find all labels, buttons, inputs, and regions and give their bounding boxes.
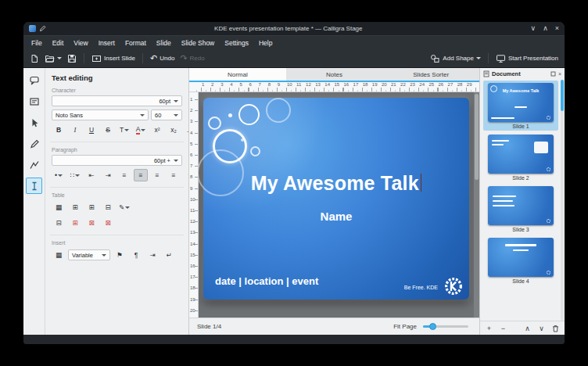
slide-thumbnail-1[interactable]: My Awesome Talk Slide 1 xyxy=(483,81,558,131)
maximize-button[interactable]: ∧ xyxy=(543,25,548,32)
redo-button[interactable]: ↷ Redo xyxy=(180,54,204,63)
tab-notes[interactable]: Notes xyxy=(286,68,383,81)
text-direction-button[interactable]: ¶ xyxy=(183,169,189,181)
scrollbar-thumb[interactable] xyxy=(561,80,564,111)
decrease-indent-button[interactable]: ⇤ xyxy=(84,169,99,181)
save-button[interactable] xyxy=(67,54,77,63)
add-shape-button[interactable]: Add Shape xyxy=(430,54,481,63)
menu-view[interactable]: View xyxy=(74,39,88,47)
merge-cells-button[interactable]: ⊟ xyxy=(52,217,66,229)
menu-edit[interactable]: Edit xyxy=(52,39,64,47)
zoom-mode-label[interactable]: Fit Page xyxy=(393,323,417,330)
move-slide-down-button[interactable]: ∨ xyxy=(536,323,547,333)
menu-settings[interactable]: Settings xyxy=(224,39,249,47)
menu-file[interactable]: File xyxy=(31,39,42,47)
zoom-slider-handle[interactable] xyxy=(429,323,436,330)
split-cells-button[interactable]: ⊞ xyxy=(68,217,82,229)
strikethrough-button[interactable]: S xyxy=(101,124,115,136)
zoom-slider[interactable] xyxy=(423,325,468,328)
tab-normal[interactable]: Normal xyxy=(189,68,286,81)
close-button[interactable]: × xyxy=(555,25,559,32)
subscript-button[interactable]: x₂ xyxy=(167,124,181,136)
line-height-combo[interactable]: 60pt + xyxy=(52,155,182,166)
slide-thumbnail-2[interactable]: Slide 2 xyxy=(483,132,558,182)
document-docker-header: Document × xyxy=(480,68,565,79)
remove-cells-button[interactable]: ⊟ xyxy=(101,201,115,214)
insert-row-button[interactable]: ⊞ xyxy=(68,201,82,214)
paragraph-mark-button[interactable]: ¶ xyxy=(129,249,143,261)
start-presentation-button[interactable]: Start Presentation xyxy=(496,54,558,63)
float-docker-icon[interactable] xyxy=(550,71,556,77)
align-left-button[interactable]: ≡ xyxy=(117,169,131,181)
open-document-button[interactable] xyxy=(45,54,62,63)
superscript-button[interactable]: x² xyxy=(150,124,164,136)
menu-format[interactable]: Format xyxy=(125,39,146,47)
thumbnail-scrollbar[interactable] xyxy=(561,80,564,321)
dropdown-caret-icon xyxy=(174,114,178,117)
font-size-combo[interactable]: 60 xyxy=(151,109,182,120)
character-section-label: Character xyxy=(52,88,182,93)
canvas-vertical-scrollbar[interactable] xyxy=(474,92,479,318)
change-case-button[interactable]: T xyxy=(117,124,131,136)
open-dropdown-caret-icon[interactable] xyxy=(57,57,62,59)
delete-slide-button[interactable] xyxy=(550,323,561,333)
underline-button[interactable]: U xyxy=(84,124,99,136)
scrollbar-thumb[interactable] xyxy=(475,94,479,180)
slide-thumbnail-3[interactable]: Slide 3 xyxy=(483,184,558,234)
slide-footer-text[interactable]: date | location | event xyxy=(215,275,318,287)
delete-row-button[interactable]: ⊠ xyxy=(84,217,99,229)
new-document-button[interactable] xyxy=(30,54,39,63)
menu-insert[interactable]: Insert xyxy=(99,39,115,47)
basic-shape-tool-button[interactable] xyxy=(26,72,42,88)
pen-tool-button[interactable] xyxy=(26,135,42,152)
insert-flag-button[interactable]: ⚑ xyxy=(113,249,127,261)
add-shape-dropdown-caret-icon[interactable] xyxy=(476,57,481,59)
add-slide-button[interactable]: + xyxy=(483,323,495,333)
ruler-number: 27 xyxy=(448,82,454,88)
selection-tool-button[interactable] xyxy=(26,114,42,131)
align-center-button[interactable]: ≡ xyxy=(134,169,148,181)
numbered-list-button[interactable]: ∷ xyxy=(68,169,82,181)
slide-subtitle-text[interactable]: Name xyxy=(203,210,469,223)
character-style-size-combo[interactable]: 60pt xyxy=(52,95,182,106)
delete-column-button[interactable]: ⊠ xyxy=(101,217,115,229)
slide-editor[interactable]: My Awesome Talk Name date | location | e… xyxy=(203,98,469,300)
insert-slide-button[interactable]: Insert Slide xyxy=(91,54,135,63)
increase-indent-button[interactable]: ⇥ xyxy=(101,169,115,181)
polyline-tool-button[interactable] xyxy=(26,156,42,173)
menu-help[interactable]: Help xyxy=(259,39,272,47)
slide-thumbnail-4[interactable]: Slide 4 xyxy=(483,235,558,285)
undo-button[interactable]: ↶ Undo xyxy=(150,54,174,63)
slide-canvas[interactable]: My Awesome Talk Name date | location | e… xyxy=(199,92,474,318)
insert-break-button[interactable]: ↵ xyxy=(162,249,176,261)
table-border-pen-button[interactable]: ✎ xyxy=(117,201,131,214)
insert-tab-button[interactable]: ⇥ xyxy=(145,249,160,261)
text-tool-button[interactable] xyxy=(26,178,42,194)
move-slide-up-button[interactable]: ∧ xyxy=(522,323,533,333)
italic-button[interactable]: I xyxy=(68,124,82,136)
bullet-list-button[interactable]: • xyxy=(52,169,66,181)
toolbar-separator xyxy=(142,53,143,63)
remove-slide-button[interactable]: − xyxy=(497,323,509,333)
thumbnail-preview xyxy=(488,186,554,225)
table-section-label: Table xyxy=(52,192,182,198)
close-docker-icon[interactable]: × xyxy=(558,71,561,77)
align-right-button[interactable]: ≡ xyxy=(150,169,164,181)
font-family-combo[interactable]: Noto Sans xyxy=(52,109,149,120)
menu-slide-show[interactable]: Slide Show xyxy=(181,39,215,47)
minimize-button[interactable]: ∨ xyxy=(531,25,536,32)
align-justify-button[interactable]: ≡ xyxy=(167,169,181,181)
dropdown-caret-icon xyxy=(174,100,178,102)
insert-table-button[interactable]: ▦ xyxy=(52,201,66,214)
insert-column-button[interactable]: ⊞ xyxy=(84,201,99,214)
special-character-button[interactable]: ▦ xyxy=(52,249,66,261)
slide-layout-tool-button[interactable] xyxy=(26,93,42,109)
bold-button[interactable]: B xyxy=(52,124,66,136)
menu-slide[interactable]: Slide xyxy=(156,39,171,47)
slide-title-text[interactable]: My Awesome Talk xyxy=(203,172,469,195)
tab-slides-sorter[interactable]: Slides Sorter xyxy=(382,68,479,81)
titlebar[interactable]: KDE events presentation template * — Cal… xyxy=(23,22,565,35)
text-color-button[interactable]: A xyxy=(134,124,148,136)
more-character-options-button[interactable]: … xyxy=(183,124,189,136)
variable-dropdown[interactable]: Variable xyxy=(68,249,110,260)
